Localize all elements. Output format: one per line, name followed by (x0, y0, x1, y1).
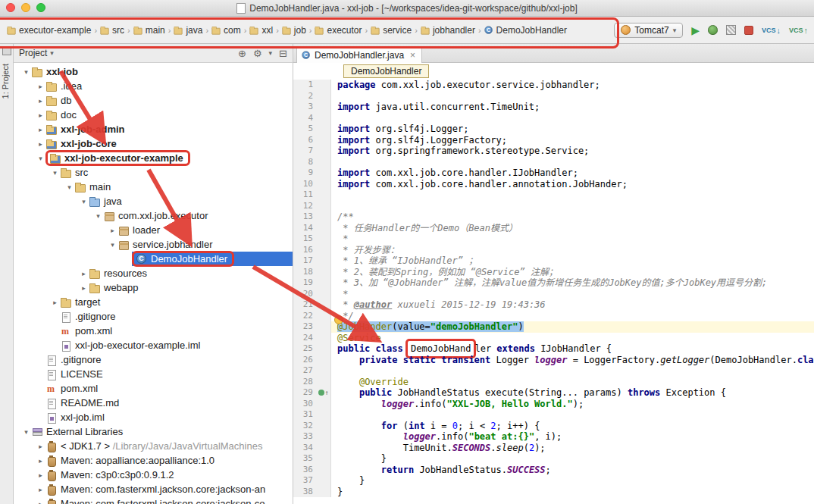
code-line-4[interactable]: 4 (293, 113, 814, 124)
breadcrumb-item-executor[interactable]: executor (312, 23, 364, 37)
editor-gutter[interactable]: 23 (293, 321, 331, 333)
line-number[interactable]: 29 (293, 387, 313, 399)
tree-item-xxl-job-core[interactable]: ▸xxl-job-core (14, 136, 293, 151)
line-number[interactable]: 30 (293, 399, 313, 410)
editor-gutter[interactable]: 30 (293, 399, 331, 410)
code-line-1[interactable]: 1package com.xxl.job.executor.service.jo… (293, 80, 814, 91)
line-number[interactable]: 37 (293, 475, 313, 487)
editor-gutter[interactable]: 17 (293, 255, 331, 267)
tab-demojobhandler[interactable]: DemoJobHandler.java × (296, 47, 422, 63)
editor-gutter[interactable]: 35 (293, 453, 331, 465)
line-number[interactable]: 17 (293, 255, 313, 267)
code-line-5[interactable]: 5import org.slf4j.Logger; (293, 124, 814, 135)
tree-item-webapp[interactable]: ▸webapp (14, 280, 293, 295)
line-number[interactable]: 12 (293, 201, 313, 212)
collapse-arrow-icon[interactable]: ▾ (108, 241, 117, 249)
breadcrumb-item-executor-example[interactable]: executor-example (5, 23, 93, 37)
editor-gutter[interactable]: 10 (293, 179, 331, 190)
code-line-9[interactable]: 9import com.xxl.job.core.handler.IJobHan… (293, 167, 814, 179)
tree-item-jdk1-7[interactable]: ▸< JDK1.7 > /Library/Java/JavaVirtualMac… (14, 439, 293, 453)
editor-gutter[interactable]: 12 (293, 201, 331, 212)
minimize-window-button[interactable] (21, 3, 30, 12)
tree-item-loader[interactable]: ▸loader (14, 223, 293, 237)
line-number[interactable]: 22 (293, 311, 313, 322)
tree-item-resources[interactable]: ▸resources (14, 266, 293, 280)
editor-breadcrumb[interactable]: DemoJobHandler (343, 64, 429, 78)
tree-item-pom-xml[interactable]: pom.xml (14, 324, 293, 338)
line-number[interactable]: 31 (293, 409, 313, 421)
line-number[interactable]: 1 (293, 80, 313, 91)
editor-gutter[interactable]: 33 (293, 431, 331, 443)
line-number[interactable]: 36 (293, 465, 313, 476)
breadcrumb-item-src[interactable]: src (98, 23, 127, 37)
code-line-25[interactable]: 25public class DemoJobHandler extends IJ… (293, 343, 814, 355)
editor-gutter[interactable]: 37 (293, 475, 331, 487)
intention-bulb-icon[interactable] (334, 315, 343, 324)
line-number[interactable]: 10 (293, 179, 313, 190)
line-number[interactable]: 33 (293, 431, 313, 443)
editor-gutter[interactable]: 5 (293, 124, 331, 135)
project-toolwindow-tab[interactable]: 1: Project (1, 64, 10, 99)
code-line-30[interactable]: 30 logger.info("XXL-JOB, Hello World."); (293, 399, 814, 410)
expand-arrow-icon[interactable]: ▸ (36, 457, 45, 465)
settings-gear-button[interactable]: ⚙ (253, 48, 262, 59)
line-number[interactable]: 2 (293, 91, 313, 102)
code-line-10[interactable]: 10import com.xxl.job.core.handler.annota… (293, 179, 814, 190)
override-marker-icon[interactable]: ↑ (325, 387, 329, 399)
editor-gutter[interactable]: 1 (293, 80, 331, 91)
tree-item-src[interactable]: ▾src (14, 165, 293, 180)
breadcrumb-item-service[interactable]: service (368, 23, 414, 37)
line-number[interactable]: 38 (293, 487, 313, 498)
code-line-37[interactable]: 37 } (293, 475, 814, 487)
tree-item-pom-xml[interactable]: pom.xml (14, 381, 293, 396)
tree-item-service-jobhandler[interactable]: ▾service.jobhandler (14, 237, 293, 252)
editor-gutter[interactable]: 13 (293, 211, 331, 223)
code-line-29[interactable]: 29↑ public JobHandleStatus execute(Strin… (293, 387, 814, 399)
editor-gutter[interactable]: 7 (293, 146, 331, 157)
tree-item-readme-md[interactable]: README.md (14, 396, 293, 410)
stop-button[interactable] (744, 26, 753, 35)
line-number[interactable]: 24 (293, 333, 313, 344)
editor-gutter[interactable]: 2 (293, 91, 331, 102)
tree-item-gitignore[interactable]: .gitignore (14, 352, 293, 367)
code-line-8[interactable]: 8 (293, 157, 814, 168)
code-line-33[interactable]: 33 logger.info("beat at:{}", i); (293, 431, 814, 443)
coverage-button[interactable] (726, 25, 736, 35)
expand-arrow-icon[interactable]: ▸ (36, 83, 45, 90)
tree-item-idea[interactable]: ▸.idea (14, 79, 293, 93)
breadcrumb-item-jobhandler[interactable]: jobhandler (418, 23, 477, 37)
vcs-update-button[interactable]: VCS↓ (762, 26, 781, 35)
line-number[interactable]: 26 (293, 355, 313, 366)
breadcrumb-item-job[interactable]: job (280, 23, 308, 37)
tree-item-maven-com-fasterxml-jackson-core-jackson[interactable]: ▸Maven: com.fasterxml.jackson.core:jacks… (14, 482, 293, 496)
tree-item-license[interactable]: LICENSE (14, 367, 293, 381)
code-line-20[interactable]: 20 * (293, 289, 814, 300)
line-number[interactable]: 28 (293, 377, 313, 388)
code-line-15[interactable]: 15 * (293, 233, 814, 245)
line-number[interactable]: 32 (293, 421, 313, 432)
expand-arrow-icon[interactable]: ▸ (79, 284, 89, 292)
editor-gutter[interactable]: 20 (293, 289, 331, 300)
code-line-35[interactable]: 35 } (293, 453, 814, 465)
line-number[interactable]: 14 (293, 223, 313, 234)
editor-gutter[interactable]: 29↑ (293, 387, 331, 399)
tree-item-db[interactable]: ▸db (14, 93, 293, 108)
tree-item-xxl-job-executor-example[interactable]: ▾xxl-job-executor-example (14, 151, 293, 165)
expand-arrow-icon[interactable]: ▸ (36, 486, 45, 493)
expand-arrow-icon[interactable]: ▸ (50, 299, 60, 306)
code-line-16[interactable]: 16 * 开发步骤： (293, 245, 814, 256)
line-number[interactable]: 3 (293, 102, 313, 113)
editor-gutter[interactable]: 38 (293, 487, 331, 498)
editor-gutter[interactable]: 21 (293, 299, 331, 311)
close-tab-icon[interactable]: × (410, 50, 415, 61)
editor-gutter[interactable]: 4 (293, 113, 331, 124)
editor-gutter[interactable]: 26 (293, 355, 331, 366)
line-number[interactable]: 18 (293, 267, 313, 278)
editor-gutter[interactable]: 22 (293, 311, 331, 322)
tree-item-target[interactable]: ▸target (14, 295, 293, 309)
tree-item-external-libraries[interactable]: ▾External Libraries (14, 424, 293, 439)
expand-arrow-icon[interactable]: ▸ (79, 270, 89, 277)
code-line-24[interactable]: 24@Service (293, 333, 814, 344)
editor-gutter[interactable]: 28 (293, 377, 331, 388)
expand-arrow-icon[interactable]: ▸ (36, 140, 45, 148)
